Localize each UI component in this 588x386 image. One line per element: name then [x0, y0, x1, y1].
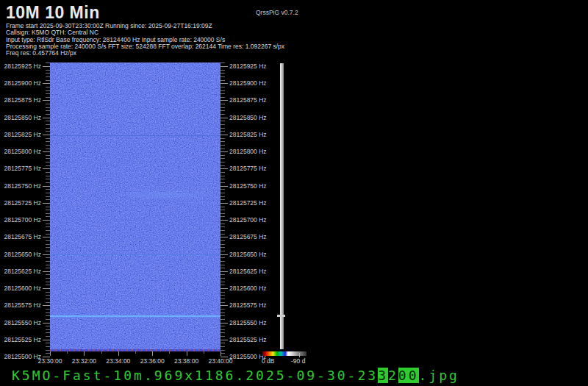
freq-minor-tick-right	[220, 76, 225, 77]
freq-major-tick-left	[43, 305, 50, 306]
freq-minor-tick-right	[220, 145, 225, 146]
freq-minor-tick-right	[220, 226, 225, 227]
freq-minor-tick-right	[220, 213, 225, 214]
freq-minor-tick-right	[220, 216, 225, 217]
freq-major-tick-left	[43, 186, 50, 187]
freq-minor-tick-right	[220, 141, 225, 142]
freq-tick-label-right: 28125750 Hz	[229, 182, 267, 190]
freq-minor-tick-right	[220, 165, 225, 166]
freq-minor-tick-right	[220, 299, 225, 299]
freq-major-tick-right	[220, 220, 228, 221]
freq-major-tick-left	[43, 271, 50, 272]
freq-tick-label-left: 28125800 Hz	[0, 148, 41, 155]
freq-minor-tick-right	[220, 268, 225, 268]
db-scale-max-label: -90 d	[291, 357, 305, 365]
freq-tick-label-left: 28125525 Hz	[0, 336, 41, 343]
freq-minor-tick-right	[220, 244, 225, 245]
time-minor-tick	[101, 351, 102, 354]
freq-minor-tick-right	[220, 240, 225, 241]
freq-tick-label-right: 28125625 Hz	[229, 268, 267, 275]
freq-minor-tick-right	[220, 278, 225, 279]
freq-minor-tick-right	[220, 87, 225, 87]
freq-minor-tick-right	[220, 329, 225, 330]
freq-major-tick-left	[43, 66, 50, 67]
freq-major-tick-left	[43, 151, 50, 152]
filename-suffix: .jpg	[419, 368, 459, 383]
freq-major-tick-right	[220, 288, 228, 289]
time-minor-tick	[135, 351, 136, 354]
freq-tick-label-left: 28125925 Hz	[0, 62, 41, 70]
freq-minor-tick-right	[220, 114, 225, 115]
freq-tick-label-left: 28125625 Hz	[0, 268, 41, 275]
level-graph-peak-notch	[277, 315, 285, 317]
page-title: 10M 10 Min	[6, 3, 100, 23]
freq-major-tick-right	[220, 340, 228, 340]
freq-minor-tick-right	[220, 336, 225, 337]
freq-minor-tick-right	[220, 207, 225, 207]
filename-cursor-block-1: 3	[378, 368, 388, 383]
freq-major-tick-left	[43, 288, 50, 289]
freq-major-tick-left	[43, 168, 50, 169]
freq-tick-label-left: 28125775 Hz	[0, 165, 41, 172]
freq-minor-tick-right	[220, 234, 225, 235]
time-tick-label: 23:38:00	[171, 357, 203, 365]
freq-minor-tick-right	[220, 295, 225, 296]
freq-minor-tick-right	[220, 62, 225, 63]
spectrogram-waterfall	[50, 62, 220, 351]
freq-major-tick-right	[220, 186, 228, 187]
freq-minor-tick-right	[220, 107, 225, 108]
freq-minor-tick-right	[220, 326, 225, 326]
freq-minor-tick-right	[220, 121, 225, 121]
freq-tick-label-right: 28125575 Hz	[229, 301, 267, 309]
freq-minor-tick-right	[220, 155, 225, 156]
time-major-tick	[187, 351, 187, 356]
freq-tick-label-left: 28125600 Hz	[0, 285, 41, 292]
freq-minor-tick-right	[220, 309, 225, 310]
freq-major-tick-left	[43, 220, 50, 221]
freq-tick-label-right: 28125550 Hz	[229, 319, 267, 326]
freq-minor-tick-right	[220, 319, 225, 320]
freq-tick-label-right: 28125600 Hz	[229, 285, 267, 292]
freq-major-tick-left	[43, 237, 50, 237]
freq-minor-tick-right	[220, 251, 225, 251]
freq-minor-tick-right	[220, 80, 225, 81]
freq-minor-tick-right	[220, 124, 225, 125]
freq-tick-label-right: 28125900 Hz	[229, 79, 267, 87]
freq-minor-tick-right	[220, 104, 225, 104]
freq-minor-tick-right	[220, 332, 225, 333]
freq-major-tick-right	[220, 237, 228, 237]
freq-tick-label-left: 28125575 Hz	[0, 301, 41, 309]
filename-cursor-block-2: 00	[398, 368, 419, 383]
freq-minor-tick-right	[220, 162, 225, 162]
time-tick-label: 23:34:00	[102, 357, 135, 365]
freq-minor-tick-right	[220, 110, 225, 111]
freq-tick-label-left: 28125725 Hz	[0, 199, 41, 207]
freq-minor-tick-right	[220, 210, 225, 210]
freq-minor-tick-right	[220, 176, 225, 176]
freq-minor-tick-right	[220, 315, 225, 316]
freq-tick-label-left: 28125550 Hz	[0, 319, 41, 326]
freq-minor-tick-right	[220, 182, 225, 183]
time-minor-tick	[67, 351, 68, 354]
freq-minor-tick-right	[220, 302, 225, 303]
freq-major-tick-left	[43, 118, 50, 118]
freq-tick-label-right: 28125725 Hz	[229, 199, 267, 207]
signal-trace-smudge	[116, 189, 220, 201]
freq-major-tick-left	[43, 100, 50, 101]
freq-major-tick-right	[220, 66, 228, 67]
time-minor-tick	[169, 351, 170, 354]
freq-minor-tick-right	[220, 282, 225, 282]
freq-minor-tick-right	[220, 261, 225, 262]
freq-tick-label-right: 28125650 Hz	[229, 251, 267, 258]
freq-minor-tick-right	[220, 199, 225, 200]
freq-tick-label-left: 28125750 Hz	[0, 182, 41, 190]
freq-major-tick-right	[220, 151, 228, 152]
freq-minor-tick-right	[220, 158, 225, 159]
freq-tick-label-right: 28125525 Hz	[229, 336, 267, 343]
freq-major-tick-right	[220, 271, 228, 272]
freq-minor-tick-right	[220, 292, 225, 293]
signal-trace-faint	[50, 135, 220, 136]
freq-tick-label-right: 28125925 Hz	[229, 62, 267, 70]
freq-major-tick-left	[43, 340, 50, 340]
freq-minor-tick-right	[220, 189, 225, 190]
